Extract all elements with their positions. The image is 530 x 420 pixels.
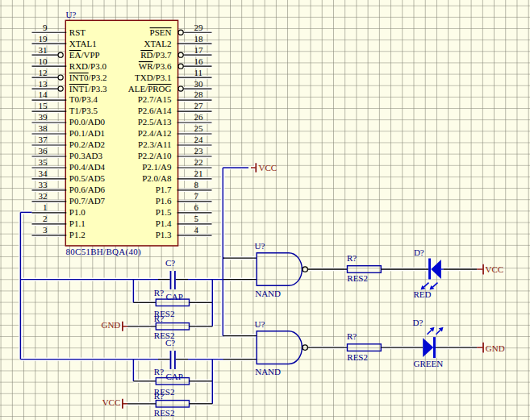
svg-text:EA/VPP: EA/VPP	[69, 50, 100, 60]
svg-text:C?: C?	[165, 258, 175, 268]
svg-text:R?: R?	[154, 314, 164, 323]
svg-text:U?: U?	[255, 319, 265, 329]
svg-text:18: 18	[194, 34, 204, 44]
svg-text:12: 12	[39, 68, 48, 77]
svg-text:P2.0/A8: P2.0/A8	[142, 173, 172, 183]
svg-text:P0.5/AD5: P0.5/AD5	[69, 173, 106, 183]
svg-text:80C51BH/BQA(40): 80C51BH/BQA(40)	[66, 247, 141, 257]
svg-text:T1/P3.5: T1/P3.5	[69, 106, 98, 115]
svg-text:P1.7: P1.7	[156, 185, 172, 194]
svg-text:RES2: RES2	[154, 408, 175, 418]
svg-text:CAP: CAP	[165, 292, 182, 301]
svg-text:38: 38	[39, 123, 48, 133]
svg-text:P1.0: P1.0	[69, 207, 86, 217]
svg-text:TXD/P3.1: TXD/P3.1	[135, 73, 172, 82]
svg-text:33: 33	[39, 180, 48, 189]
svg-text:32: 32	[39, 191, 48, 201]
svg-text:23: 23	[194, 146, 204, 156]
svg-text:P2.5/A13: P2.5/A13	[138, 117, 172, 127]
svg-text:8: 8	[194, 180, 199, 189]
svg-text:13: 13	[39, 79, 48, 89]
svg-text:CAP: CAP	[165, 372, 182, 381]
svg-text:P0.0/AD0: P0.0/AD0	[69, 117, 106, 127]
svg-text:GND: GND	[101, 320, 120, 330]
svg-text:22: 22	[194, 157, 203, 167]
svg-text:15: 15	[39, 101, 48, 110]
svg-text:28: 28	[194, 89, 204, 99]
svg-text:24: 24	[194, 135, 204, 144]
svg-text:P2.6/A14: P2.6/A14	[138, 106, 172, 115]
svg-text:VCC: VCC	[486, 264, 504, 274]
svg-text:XTAL2: XTAL2	[144, 39, 172, 48]
svg-text:35: 35	[39, 157, 48, 167]
svg-text:GND: GND	[486, 343, 505, 353]
svg-text:P2.1/A9: P2.1/A9	[142, 162, 172, 172]
svg-text:P0.7/AD7: P0.7/AD7	[69, 196, 106, 206]
svg-text:RD/P3.7: RD/P3.7	[140, 50, 172, 60]
svg-text:P1.1: P1.1	[69, 218, 86, 228]
svg-text:27: 27	[194, 101, 204, 110]
svg-text:INT1/P3.3: INT1/P3.3	[69, 84, 107, 94]
svg-text:5: 5	[194, 214, 199, 223]
svg-text:U?: U?	[255, 241, 265, 251]
svg-text:17: 17	[194, 45, 204, 55]
svg-text:INT0/P3.2: INT0/P3.2	[69, 73, 107, 82]
svg-text:C?: C?	[165, 338, 175, 347]
svg-text:VCC: VCC	[102, 397, 121, 407]
svg-text:16: 16	[194, 56, 204, 66]
svg-text:D?: D?	[414, 247, 424, 257]
svg-text:P0.1/AD1: P0.1/AD1	[69, 128, 105, 138]
svg-text:RES2: RES2	[347, 273, 368, 283]
svg-text:P0.6/AD6: P0.6/AD6	[69, 185, 106, 194]
svg-text:R?: R?	[347, 331, 357, 341]
svg-text:37: 37	[39, 135, 48, 144]
svg-text:30: 30	[194, 79, 204, 89]
svg-text:P1.6: P1.6	[156, 196, 172, 206]
svg-text:P2.2/A10: P2.2/A10	[138, 151, 172, 160]
svg-text:RST: RST	[69, 27, 86, 37]
svg-text:XTAL1: XTAL1	[69, 39, 97, 48]
svg-text:R?: R?	[154, 288, 164, 297]
svg-text:19: 19	[39, 34, 48, 44]
svg-text:10: 10	[39, 56, 48, 66]
svg-text:P1.3: P1.3	[156, 230, 172, 239]
svg-text:26: 26	[194, 112, 204, 122]
svg-text:P2.7/A15: P2.7/A15	[138, 94, 172, 104]
svg-text:34: 34	[39, 168, 48, 178]
svg-text:39: 39	[39, 112, 48, 122]
svg-text:RES2: RES2	[347, 352, 368, 362]
svg-text:2: 2	[43, 214, 48, 223]
svg-text:RED: RED	[414, 289, 432, 299]
svg-text:P0.4/AD4: P0.4/AD4	[69, 162, 106, 172]
svg-text:NAND: NAND	[255, 289, 281, 298]
svg-text:VCC: VCC	[259, 163, 278, 173]
svg-text:3: 3	[43, 225, 48, 235]
svg-text:9: 9	[43, 23, 48, 32]
svg-text:R?: R?	[154, 391, 164, 401]
svg-text:7: 7	[194, 191, 199, 201]
svg-text:25: 25	[194, 123, 204, 133]
svg-text:GREEN: GREEN	[414, 359, 444, 368]
svg-text:R?: R?	[347, 253, 357, 263]
svg-text:WR/P3.6: WR/P3.6	[139, 61, 172, 71]
svg-text:P1.4: P1.4	[156, 218, 172, 228]
svg-text:1: 1	[43, 202, 48, 212]
svg-text:U?: U?	[66, 10, 77, 19]
svg-text:31: 31	[39, 45, 48, 55]
svg-text:R?: R?	[154, 367, 164, 376]
svg-text:21: 21	[194, 168, 203, 178]
svg-text:P0.3AD3: P0.3AD3	[69, 151, 103, 160]
svg-text:36: 36	[39, 146, 48, 156]
svg-text:ALE/PROG: ALE/PROG	[128, 84, 172, 94]
svg-text:6: 6	[194, 202, 199, 212]
svg-text:P0.2/AD2: P0.2/AD2	[69, 139, 105, 149]
svg-text:P2.4/A12: P2.4/A12	[138, 128, 172, 138]
svg-text:P1.5: P1.5	[156, 207, 172, 217]
svg-text:D?: D?	[413, 318, 424, 327]
svg-text:NAND: NAND	[255, 367, 281, 376]
svg-text:14: 14	[39, 89, 48, 99]
svg-text:T0/P3.4: T0/P3.4	[69, 94, 98, 104]
svg-text:29: 29	[194, 23, 204, 32]
svg-text:RXD/P3.0: RXD/P3.0	[69, 61, 107, 71]
svg-text:4: 4	[194, 225, 199, 235]
